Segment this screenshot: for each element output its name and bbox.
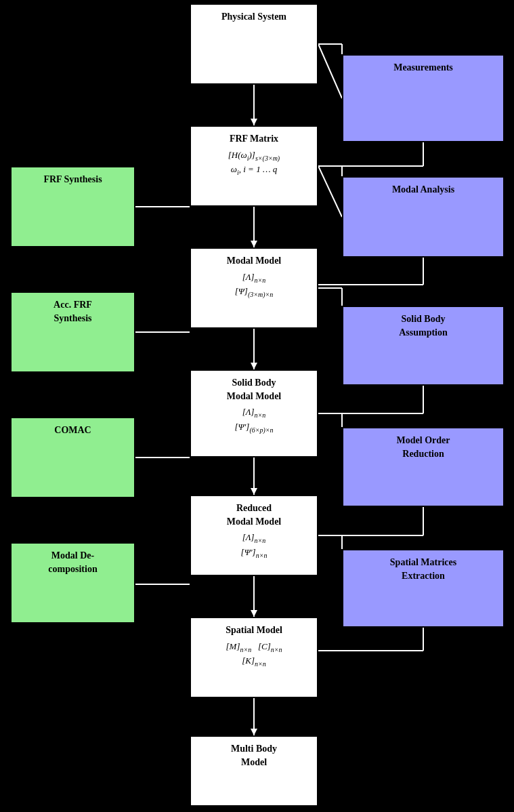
modal-analysis-box: Modal Analysis (342, 176, 505, 258)
svg-line-13 (318, 166, 342, 217)
solid-body-assumption-box: Solid BodyAssumption (342, 306, 505, 386)
spatial-matrices-extraction-box: Spatial MatricesExtraction (342, 549, 505, 628)
frf-synthesis-box: FRF Synthesis (10, 166, 135, 247)
comac-label: COMAC (54, 425, 91, 435)
svg-marker-3 (251, 241, 257, 247)
frf-matrix-label: FRF Matrix (230, 134, 278, 144)
svg-marker-1 (251, 119, 257, 125)
physical-system-label: Physical System (221, 12, 286, 22)
svg-marker-9 (251, 610, 257, 617)
svg-marker-5 (251, 363, 257, 369)
multi-body-model-box: Multi BodyModel (190, 735, 318, 807)
physical-system-box: Physical System (190, 3, 318, 85)
frf-matrix-math: [H(ωi)]s×(3×m) ωi, i = 1 … q (198, 148, 310, 178)
reduced-modal-model-box: ReducedModal Model [Λ]n×n [Ψ']n×n (190, 495, 318, 576)
solid-body-modal-model-label: Solid BodyModal Model (227, 378, 282, 401)
acc-frf-synthesis-label: Acc. FRFSynthesis (53, 300, 92, 323)
measurements-label: Measurements (393, 62, 453, 73)
solid-body-modal-model-math: [Λ]n×n [Ψ'](6×p)×n (198, 405, 310, 434)
spatial-model-box: Spatial Model [M]n×n [C]n×n [K]n×n (190, 617, 318, 698)
diagram-container: Physical System FRF Matrix [H(ωi)]s×(3×m… (0, 0, 514, 812)
modal-model-math: [Λ]n×n [Ψ](3×m)×n (198, 270, 310, 300)
reduced-modal-model-math: [Λ]n×n [Ψ']n×n (198, 531, 310, 560)
model-order-reduction-box: Model OrderReduction (342, 427, 505, 507)
measurements-box: Measurements (342, 54, 505, 142)
multi-body-model-label: Multi BodyModel (231, 744, 277, 767)
solid-body-modal-model-box: Solid BodyModal Model [Λ]n×n [Ψ'](6×p)×n (190, 369, 318, 458)
modal-model-box: Modal Model [Λ]n×n [Ψ](3×m)×n (190, 247, 318, 329)
modal-analysis-label: Modal Analysis (392, 184, 454, 195)
spatial-model-math: [M]n×n [C]n×n [K]n×n (198, 640, 310, 669)
spatial-matrices-extraction-label: Spatial MatricesExtraction (390, 557, 456, 581)
svg-line-12 (318, 44, 342, 98)
modal-model-label: Modal Model (227, 256, 282, 266)
reduced-modal-model-label: ReducedModal Model (227, 503, 282, 527)
frf-synthesis-label: FRF Synthesis (43, 174, 102, 184)
modal-decomposition-label: Modal De-composition (48, 550, 97, 574)
frf-matrix-box: FRF Matrix [H(ωi)]s×(3×m) ωi, i = 1 … q (190, 125, 318, 207)
model-order-reduction-label: Model OrderReduction (397, 435, 450, 459)
comac-box: COMAC (10, 417, 135, 498)
modal-decomposition-box: Modal De-composition (10, 542, 135, 624)
svg-marker-11 (251, 729, 257, 735)
solid-body-assumption-label: Solid BodyAssumption (399, 314, 448, 338)
spatial-model-label: Spatial Model (226, 625, 282, 635)
svg-marker-7 (251, 488, 257, 495)
acc-frf-synthesis-box: Acc. FRFSynthesis (10, 291, 135, 373)
